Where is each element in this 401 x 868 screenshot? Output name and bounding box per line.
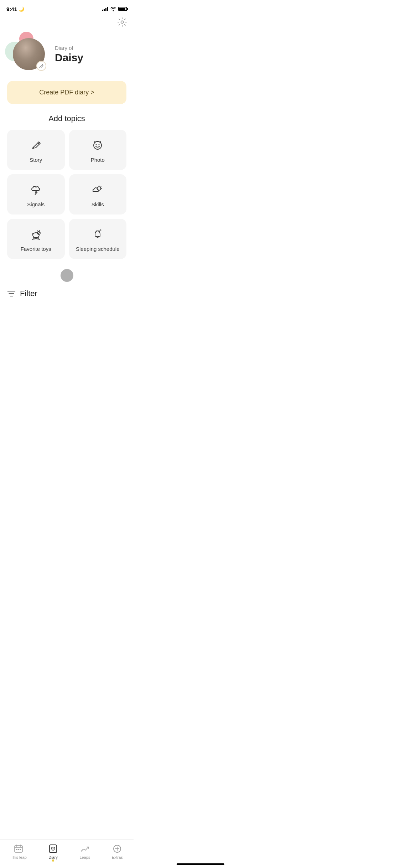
profile-name: Daisy [55,52,125,64]
svg-text:z: z [100,228,101,231]
topic-card-story[interactable]: Story [7,130,65,170]
battery-icon [118,7,127,11]
svg-line-17 [38,237,39,239]
status-time: 9:41 [6,6,17,12]
edit-photo-button[interactable] [36,61,46,71]
filter-icon [7,289,16,298]
bell-z-icon: z z [90,227,105,242]
signals-label: Signals [27,201,45,207]
svg-point-13 [39,232,40,233]
scroll-indicator [0,263,134,285]
diary-of-label: Diary of [55,45,125,51]
filter-section: Filter [0,285,134,301]
topic-card-sleeping-schedule[interactable]: z z Sleeping schedule [69,219,127,259]
profile-info: Diary of Daisy [55,45,125,64]
sun-cloud-icon [90,183,105,197]
pdf-button-container: Create PDF diary > [0,81,134,114]
svg-point-0 [121,21,124,24]
svg-line-8 [101,186,101,187]
story-label: Story [30,157,42,163]
sleeping-schedule-label: Sleeping schedule [76,246,120,252]
wifi-icon [110,7,116,11]
svg-point-4 [96,144,97,145]
signal-icon [102,7,108,11]
svg-point-6 [97,187,101,190]
avatar-container [9,35,48,74]
status-bar: 9:41 🌙 [0,0,134,16]
topics-grid: Story Photo [7,130,126,259]
topic-card-favorite-toys[interactable]: Favorite toys [7,219,65,259]
topic-card-skills[interactable]: Skills [69,174,127,215]
rocking-horse-icon [29,227,43,242]
scroll-dot [61,269,73,282]
pencil-edit-icon [39,63,44,68]
settings-button[interactable] [117,17,127,28]
lightning-cloud-icon [29,183,43,197]
pencil-icon [29,138,43,153]
status-icons [102,7,127,11]
favorite-toys-label: Favorite toys [21,246,51,252]
baby-face-icon [90,138,105,153]
add-topics-section: Add topics Story [0,114,134,259]
photo-label: Photo [91,157,105,163]
settings-button-container [0,16,134,31]
gear-icon [117,17,127,27]
svg-line-2 [42,64,43,65]
profile-section: Diary of Daisy [0,31,134,81]
moon-icon: 🌙 [19,6,24,12]
topic-card-photo[interactable]: Photo [69,130,127,170]
filter-label: Filter [20,289,37,298]
svg-point-5 [99,144,100,145]
svg-line-14 [33,237,34,239]
create-pdf-button[interactable]: Create PDF diary > [7,81,126,104]
add-topics-title: Add topics [7,114,126,123]
skills-label: Skills [92,201,104,207]
topic-card-signals[interactable]: Signals [7,174,65,215]
